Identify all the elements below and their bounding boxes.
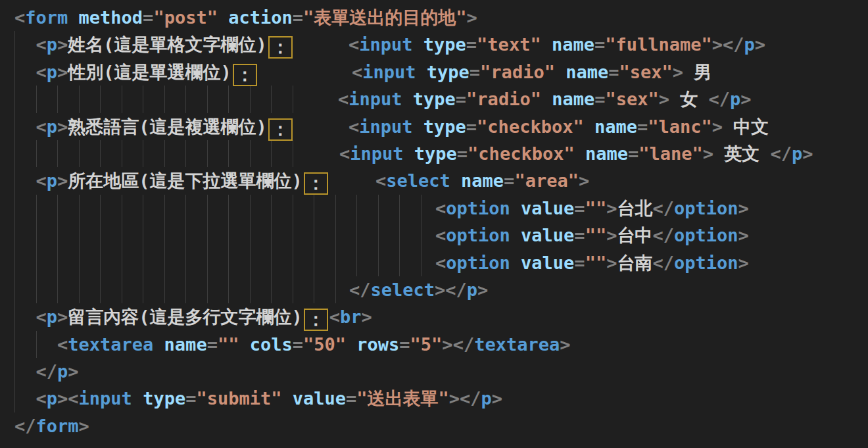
indent-guide — [271, 249, 272, 276]
indent-guide — [314, 276, 314, 303]
punctuation-token: > — [57, 307, 68, 327]
indent-guide — [293, 86, 293, 112]
tag-token: p — [47, 307, 57, 327]
indent-guide — [293, 195, 293, 222]
indent-guide — [164, 249, 165, 276]
code-line[interactable]: <p>熟悉語言(這是複選欄位)：<input type="checkbox" n… — [0, 113, 868, 140]
tag-token: p — [792, 143, 802, 164]
code-line[interactable]: </p> — [0, 358, 868, 385]
code-line[interactable]: <textarea name="" cols="50" rows="5"></t… — [0, 331, 868, 358]
indent-guide — [122, 249, 122, 276]
tag-token: input — [349, 89, 402, 109]
string-token: "表單送出的目的地" — [303, 7, 467, 28]
attribute-token: type — [143, 388, 185, 409]
punctuation-token: = — [457, 143, 468, 164]
code-line[interactable]: <p>留言內容(這是多行文字欄位)：<br> — [0, 303, 868, 330]
code-line[interactable]: <input type="radio" name="sex"> 女 </p> — [0, 86, 868, 112]
attribute-token: type — [423, 116, 466, 137]
punctuation-token: </ — [460, 388, 481, 409]
text-token — [132, 388, 143, 409]
string-token: "" — [218, 334, 239, 355]
punctuation-token: > — [467, 7, 477, 28]
indent-guide — [250, 222, 251, 249]
indent-guide — [271, 140, 272, 167]
attribute-token: type — [423, 34, 466, 55]
tag-token: select — [371, 280, 435, 300]
punctuation-token: > — [712, 34, 723, 55]
indent-guide — [36, 140, 37, 167]
code-line[interactable]: </select></p> — [0, 276, 868, 303]
punctuation-token: = — [594, 89, 605, 109]
indent-guide — [14, 86, 15, 112]
indent-guide — [185, 195, 186, 222]
indent-guide — [79, 195, 80, 222]
text-token — [346, 334, 356, 355]
punctuation-token: < — [435, 253, 446, 273]
tag-token: option — [446, 198, 510, 218]
code-line[interactable]: <p><input type="submit" value="送出表單"></p… — [0, 385, 868, 412]
text-token — [68, 7, 78, 28]
tag-token: input — [359, 116, 412, 137]
attribute-token: value — [521, 198, 574, 218]
punctuation-token: > — [57, 170, 68, 191]
indent-guide — [122, 222, 122, 249]
code-line[interactable]: <p>所在地區(這是下拉選單欄位)：<select name="area"> — [0, 167, 868, 194]
code-line[interactable]: <option value="">台南</option> — [0, 249, 868, 276]
string-token: "50" — [303, 334, 346, 355]
code-line[interactable]: <option value="">台北</option> — [0, 195, 868, 222]
punctuation-token: > — [57, 34, 68, 55]
punctuation-token: > — [579, 170, 589, 191]
code-line-head: <p>所在地區(這是下拉選單欄位)： — [0, 167, 329, 195]
tag-token: p — [47, 170, 57, 191]
indent-guide — [228, 222, 229, 249]
code-line-tail: <option value="">台中</option> — [435, 222, 749, 249]
punctuation-token: > — [738, 253, 748, 273]
code-line[interactable]: <form method="post" action="表單送出的目的地"> — [0, 4, 868, 31]
punctuation-token: > — [492, 388, 502, 409]
indent-guide — [185, 140, 186, 167]
punctuation-token: </ — [652, 198, 674, 218]
indent-guide — [421, 222, 422, 249]
code-line[interactable]: <input type="checkbox" name="lane"> 英文 <… — [0, 140, 868, 167]
indent-guide — [57, 249, 58, 276]
indent-guide — [164, 276, 165, 303]
tag-token: form — [36, 416, 79, 436]
punctuation-token: = — [466, 116, 477, 137]
tag-token: p — [47, 116, 57, 137]
tag-token: option — [446, 225, 510, 245]
indent-guide — [271, 86, 272, 112]
punctuation-token: </ — [445, 280, 467, 300]
indent-guide — [293, 276, 293, 303]
indent-guide — [378, 249, 379, 276]
punctuation-token: > — [740, 89, 751, 109]
code-line[interactable]: </form> — [0, 412, 868, 439]
punctuation-token: = — [466, 34, 477, 55]
indent-guide — [228, 249, 229, 276]
code-line[interactable]: <option value="">台中</option> — [0, 222, 868, 249]
code-line-tail: <option value="">台南</option> — [435, 249, 749, 276]
indent-guide — [271, 195, 272, 222]
code-line[interactable]: <p>性別(這是單選欄位)：<input type="radio" name="… — [0, 59, 868, 86]
code-line-tail: <input type="checkbox" name="lanc"> 中文 — [349, 113, 769, 140]
tag-token: input — [362, 62, 416, 82]
indent-guide — [421, 249, 422, 276]
text-token — [14, 307, 36, 327]
indent-guide — [207, 140, 208, 167]
punctuation-token: </ — [709, 89, 731, 109]
text-token — [14, 116, 36, 137]
tag-token: textarea — [68, 334, 153, 355]
code-editor[interactable]: <form method="post" action="表單送出的目的地"> <… — [0, 0, 868, 448]
punctuation-token: < — [375, 170, 386, 191]
indent-guide — [14, 222, 15, 249]
code-line[interactable]: <p>姓名(這是單格文字欄位)：<input type="text" name=… — [0, 31, 868, 58]
punctuation-token: > — [755, 34, 765, 55]
punctuation-token: = — [456, 89, 466, 109]
punctuation-token: < — [14, 7, 25, 28]
punctuation-token: = — [574, 198, 585, 218]
punctuation-token: = — [293, 7, 303, 28]
text-token — [14, 62, 36, 82]
unicode-highlight-box: ： — [268, 36, 293, 59]
punctuation-token: = — [637, 116, 648, 137]
text-token: 台中 — [617, 225, 652, 245]
indent-guide — [100, 222, 101, 249]
